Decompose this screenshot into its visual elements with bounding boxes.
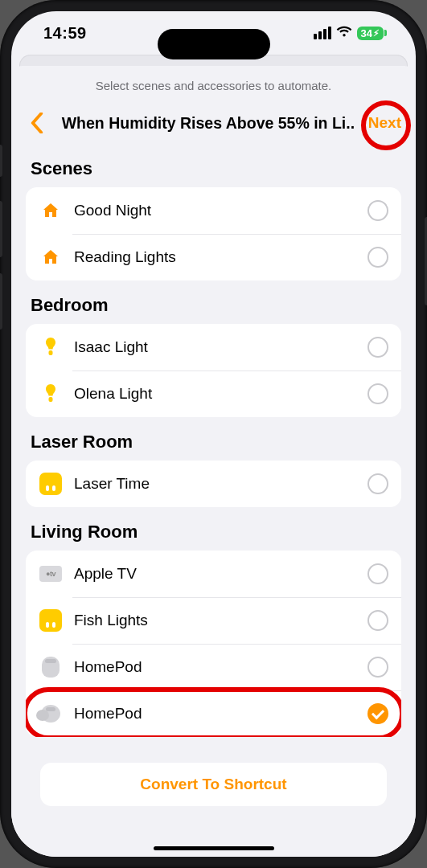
radio-icon [367, 337, 388, 358]
laser-card: Laser Time [26, 461, 401, 507]
cellular-icon [314, 27, 331, 39]
next-button[interactable]: Next [365, 114, 401, 132]
homepod-icon [39, 655, 63, 679]
accessory-isaac-light[interactable]: Isaac Light [26, 324, 401, 371]
section-header-living: Living Room [31, 522, 401, 542]
svg-rect-1 [49, 397, 53, 402]
plug-icon [39, 472, 63, 496]
section-header-laser: Laser Room [31, 432, 401, 452]
homepod-mini-icon [39, 702, 63, 726]
bulb-icon [39, 335, 63, 359]
radio-icon [367, 383, 388, 404]
wifi-icon [336, 25, 352, 42]
radio-icon [367, 657, 388, 678]
nav-bar: When Humidity Rises Above 55% in Li.. Ne… [11, 107, 416, 145]
row-label: Fish Lights [74, 612, 367, 629]
home-icon [39, 199, 63, 223]
back-button[interactable] [26, 112, 48, 134]
scene-reading-lights[interactable]: Reading Lights [26, 234, 401, 280]
row-label: HomePod [74, 658, 367, 676]
plug-icon [39, 608, 63, 633]
row-label: Good Night [74, 202, 367, 219]
convert-to-shortcut-button[interactable]: Convert To Shortcut [40, 763, 387, 806]
radio-icon [367, 610, 388, 631]
scenes-card: Good Night Reading Lights [26, 187, 401, 280]
accessory-laser-time[interactable]: Laser Time [26, 461, 401, 507]
radio-icon [367, 473, 388, 494]
section-header-scenes: Scenes [31, 158, 401, 179]
svg-rect-0 [49, 350, 53, 355]
battery-icon: 34⚡︎ [357, 27, 384, 40]
nav-title: When Humidity Rises Above 55% in Li.. [48, 114, 365, 133]
bulb-icon [39, 382, 63, 406]
accessory-fish-lights[interactable]: Fish Lights [26, 597, 401, 644]
row-label: Apple TV [74, 565, 367, 583]
living-card: Apple TV Fish Lights HomePod [26, 551, 401, 737]
row-label: Isaac Light [74, 338, 367, 356]
appletv-icon [39, 562, 63, 586]
row-label: Reading Lights [74, 248, 367, 266]
radio-checked-icon [367, 703, 388, 724]
row-label: HomePod [74, 705, 367, 723]
bedroom-card: Isaac Light Olena Light [26, 324, 401, 417]
accessory-homepod-1[interactable]: HomePod [26, 644, 401, 690]
home-indicator[interactable] [154, 846, 274, 850]
row-label: Laser Time [74, 475, 367, 493]
radio-icon [367, 200, 388, 221]
radio-icon [367, 247, 388, 268]
home-icon [39, 245, 63, 269]
section-header-bedroom: Bedroom [31, 295, 401, 316]
radio-icon [367, 563, 388, 584]
accessory-olena-light[interactable]: Olena Light [26, 371, 401, 417]
status-time: 14:59 [43, 24, 87, 43]
accessory-homepod-2[interactable]: HomePod [26, 690, 401, 737]
accessory-apple-tv[interactable]: Apple TV [26, 551, 401, 597]
row-label: Olena Light [74, 385, 367, 403]
scene-good-night[interactable]: Good Night [26, 187, 401, 234]
dynamic-island [158, 29, 270, 59]
instruction-text: Select scenes and accessories to automat… [11, 79, 416, 107]
